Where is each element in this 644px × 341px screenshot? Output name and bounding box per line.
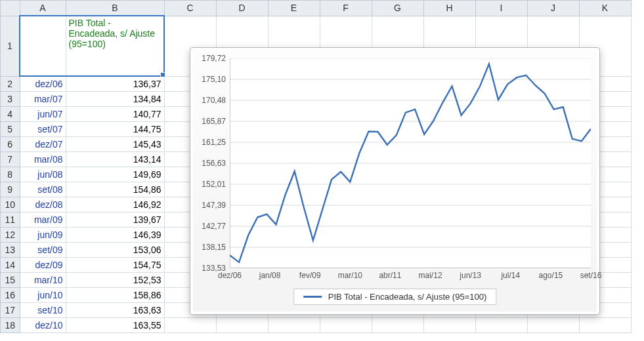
col-header-H[interactable]: H (423, 1, 475, 16)
cell-A1[interactable] (20, 16, 66, 76)
row-header[interactable]: 6 (1, 137, 20, 152)
row-header[interactable]: 18 (1, 318, 20, 333)
chart-legend[interactable]: PIB Total - Encadeada, s/ Ajuste (95=100… (293, 289, 497, 305)
row-header[interactable]: 4 (1, 107, 20, 122)
col-header-I[interactable]: I (475, 1, 527, 16)
row-header[interactable]: 9 (1, 182, 20, 197)
y-tick-label: 152,01 (194, 180, 226, 189)
cell-value[interactable]: 145,43 (66, 137, 164, 152)
cell-date[interactable]: jun/07 (20, 107, 66, 122)
x-tick-label: set/16 (580, 271, 602, 280)
cell-date[interactable]: set/09 (20, 243, 66, 258)
col-header-E[interactable]: E (268, 1, 320, 16)
chart-object[interactable]: 133,53138,15142,77147,39152,01156,63161,… (190, 47, 600, 315)
cell-value[interactable]: 154,75 (66, 258, 164, 273)
cell[interactable] (268, 318, 320, 333)
row-header[interactable]: 13 (1, 243, 20, 258)
row-header[interactable]: 15 (1, 273, 20, 288)
row-header[interactable]: 7 (1, 152, 20, 167)
cell[interactable] (527, 318, 579, 333)
row-header[interactable]: 12 (1, 228, 20, 243)
cell-date[interactable]: set/07 (20, 122, 66, 137)
cell-value[interactable]: 136,37 (66, 76, 164, 92)
y-tick-label: 175,10 (194, 75, 226, 84)
cell-date[interactable]: mar/08 (20, 152, 66, 167)
row-header[interactable]: 14 (1, 258, 20, 273)
cell-date[interactable]: mar/09 (20, 212, 66, 228)
cell-date[interactable]: dez/06 (20, 76, 66, 92)
cell-date[interactable]: dez/09 (20, 258, 66, 273)
cell-date[interactable]: jun/09 (20, 228, 66, 243)
x-tick-label: ago/15 (539, 271, 563, 280)
cell-date[interactable]: jun/08 (20, 167, 66, 182)
y-tick-label: 147,39 (194, 201, 226, 210)
col-header-B[interactable]: B (66, 1, 164, 16)
cell-date[interactable]: dez/07 (20, 137, 66, 152)
cell-value[interactable]: 152,53 (66, 273, 164, 288)
y-tick-label: 142,77 (194, 222, 226, 231)
cell[interactable] (423, 318, 475, 333)
x-tick-label: fev/09 (299, 271, 321, 280)
y-tick-label: 156,63 (194, 159, 226, 168)
cell-date[interactable]: mar/07 (20, 92, 66, 107)
y-tick-label: 165,87 (194, 117, 226, 126)
cell-value[interactable]: 140,77 (66, 107, 164, 122)
row-header[interactable]: 5 (1, 122, 20, 137)
x-tick-label: mai/12 (419, 271, 442, 280)
cell-value[interactable]: 163,63 (66, 303, 164, 318)
cell-value[interactable]: 139,67 (66, 212, 164, 228)
cell-value[interactable]: 158,86 (66, 288, 164, 303)
cell-date[interactable]: dez/08 (20, 197, 66, 212)
chart-plot-area[interactable] (230, 58, 591, 268)
cell[interactable] (164, 318, 216, 333)
row-header[interactable]: 11 (1, 212, 20, 228)
cell-value[interactable]: 163,55 (66, 318, 164, 333)
col-header-D[interactable]: D (216, 1, 268, 16)
col-header-A[interactable]: A (20, 1, 66, 16)
cell-value[interactable]: 146,39 (66, 228, 164, 243)
y-tick-label: 170,48 (194, 96, 226, 105)
cell[interactable] (216, 318, 268, 333)
row-header[interactable]: 16 (1, 288, 20, 303)
col-header-K[interactable]: K (579, 1, 631, 16)
cell-value[interactable]: 146,92 (66, 197, 164, 212)
cell-B1[interactable]: PIB Total - Encadeada, s/ Ajuste (95=100… (66, 16, 164, 76)
y-tick-label: 138,15 (194, 243, 226, 252)
row-header[interactable]: 2 (1, 76, 20, 92)
cell[interactable] (475, 318, 527, 333)
cell[interactable] (372, 318, 423, 333)
select-all-corner[interactable] (1, 1, 20, 16)
col-header-F[interactable]: F (320, 1, 372, 16)
y-tick-label: 161,25 (194, 138, 226, 147)
cell-value[interactable]: 149,69 (66, 167, 164, 182)
row-header[interactable]: 10 (1, 197, 20, 212)
col-header-G[interactable]: G (372, 1, 423, 16)
x-tick-label: abr/11 (379, 271, 401, 280)
row-header[interactable]: 3 (1, 92, 20, 107)
cell-value[interactable]: 143,14 (66, 152, 164, 167)
cell-date[interactable]: dez/10 (20, 318, 66, 333)
col-header-J[interactable]: J (527, 1, 579, 16)
cell-date[interactable]: set/10 (20, 303, 66, 318)
legend-label: PIB Total - Encadeada, s/ Ajuste (95=100… (328, 292, 487, 302)
cell[interactable] (579, 318, 631, 333)
cell-date[interactable]: set/08 (20, 182, 66, 197)
col-header-C[interactable]: C (164, 1, 216, 16)
y-tick-label: 179,72 (194, 54, 226, 63)
cell-value[interactable]: 154,86 (66, 182, 164, 197)
x-tick-label: jun/13 (460, 271, 481, 280)
cell-value[interactable]: 134,84 (66, 92, 164, 107)
row-header[interactable]: 1 (1, 16, 20, 76)
chart-svg (230, 58, 591, 268)
x-tick-label: mar/10 (338, 271, 362, 280)
cell-date[interactable]: mar/10 (20, 273, 66, 288)
cell[interactable] (320, 318, 372, 333)
legend-swatch (303, 296, 322, 298)
cell-value[interactable]: 153,06 (66, 243, 164, 258)
row-header[interactable]: 17 (1, 303, 20, 318)
row-header[interactable]: 8 (1, 167, 20, 182)
cell-date[interactable]: jun/10 (20, 288, 66, 303)
x-tick-label: jan/08 (259, 271, 281, 280)
x-tick-label: jul/14 (501, 271, 520, 280)
cell-value[interactable]: 144,75 (66, 122, 164, 137)
